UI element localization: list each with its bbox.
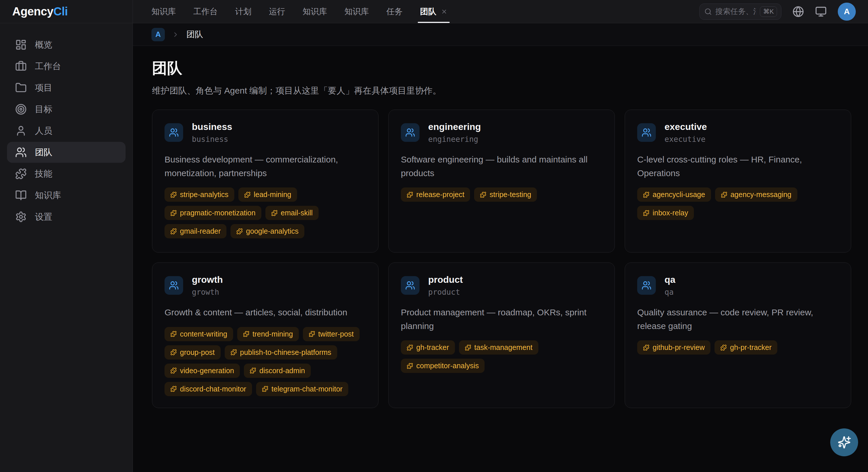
skill-tag-label: gh-pr-tracker [730, 343, 772, 352]
sidebar-item-label: 项目 [35, 82, 52, 94]
skill-tag-list: gh-trackertask-managementcompetitor-anal… [401, 340, 602, 373]
sidebar-item-工作台[interactable]: 工作台 [7, 56, 126, 77]
team-card-header: productproduct [401, 274, 602, 296]
sidebar-item-label: 技能 [35, 168, 52, 180]
top-bar: AgencyCli 知识库工作台计划运行知识库知识库任务团队 ⌘K A [0, 0, 868, 23]
skill-tag: stripe-testing [474, 187, 537, 202]
skill-tag: publish-to-chinese-platforms [225, 345, 337, 359]
team-card-qa[interactable]: qaqaQuality assurance — code review, PR … [625, 262, 851, 408]
sidebar-item-技能[interactable]: 技能 [7, 163, 126, 184]
skill-tag: lead-mining [238, 187, 297, 202]
skill-tag-label: lead-mining [254, 190, 291, 199]
sidebar-item-人员[interactable]: 人员 [7, 120, 126, 141]
sidebar-item-知识库[interactable]: 知识库 [7, 185, 126, 206]
puzzle-icon [407, 344, 413, 351]
skill-tag-label: group-post [180, 348, 215, 357]
tab-label: 工作台 [193, 6, 218, 17]
skill-tag: stripe-analytics [164, 187, 234, 202]
team-card-header: growthgrowth [164, 274, 366, 296]
puzzle-icon [720, 344, 727, 351]
team-name: executive [664, 122, 707, 132]
display-mode-button[interactable] [815, 6, 827, 18]
tab-知识库[interactable]: 知识库 [336, 0, 378, 23]
skill-tag: gh-pr-tracker [714, 340, 777, 354]
skill-tag: release-project [401, 187, 470, 202]
tab-label: 知识库 [303, 6, 327, 17]
puzzle-icon [271, 210, 278, 216]
skill-tag: agencycli-usage [637, 187, 711, 202]
team-card-engineering[interactable]: engineeringengineeringSoftware engineeri… [389, 109, 615, 253]
skill-tag-label: discord-chat-monitor [180, 385, 246, 393]
main-content: 团队 维护团队、角色与 Agent 编制；项目从这里「要人」再在具体项目里协作。… [133, 46, 868, 472]
tab-工作台[interactable]: 工作台 [185, 0, 226, 23]
team-description: Software engineering — builds and mainta… [401, 153, 598, 180]
team-slug: qa [664, 288, 675, 296]
skill-tag-label: video-generation [180, 367, 234, 375]
team-users-icon [164, 123, 183, 142]
skill-tag-label: email-skill [281, 209, 313, 217]
skill-tag-list: release-projectstripe-testing [401, 187, 602, 202]
tab-label: 知识库 [151, 6, 176, 17]
tab-计划[interactable]: 计划 [226, 0, 260, 23]
skill-tag-label: agency-messaging [731, 190, 792, 199]
tab-运行[interactable]: 运行 [260, 0, 294, 23]
team-slug: business [192, 135, 232, 144]
sidebar-item-概览[interactable]: 概览 [7, 34, 126, 55]
target-icon [15, 103, 27, 115]
breadcrumb-root-badge[interactable]: A [151, 28, 165, 41]
skill-tag-label: stripe-testing [490, 190, 531, 199]
team-card-product[interactable]: productproductProduct management — roadm… [389, 262, 615, 408]
user-avatar[interactable]: A [838, 3, 856, 21]
team-card-business[interactable]: businessbusinessBusiness development — c… [152, 109, 378, 253]
sidebar-item-label: 知识库 [35, 189, 61, 201]
teams-grid: businessbusinessBusiness development — c… [152, 109, 851, 408]
sidebar-item-项目[interactable]: 项目 [7, 77, 126, 98]
ai-assistant-fab[interactable] [830, 429, 858, 456]
skill-tag: group-post [164, 345, 221, 359]
puzzle-icon [170, 386, 177, 392]
sidebar-item-设置[interactable]: 设置 [7, 207, 126, 227]
close-tab-icon[interactable] [441, 8, 447, 15]
skill-tag: task-management [459, 340, 538, 354]
team-slug: engineering [428, 135, 481, 144]
topbar-actions: ⌘K A [700, 0, 868, 23]
team-description: Quality assurance — code review, PR revi… [637, 306, 835, 333]
team-name: engineering [428, 122, 481, 132]
puzzle-icon [230, 349, 237, 355]
team-description: C-level cross-cutting roles — HR, Financ… [637, 153, 835, 180]
puzzle-icon [465, 344, 471, 351]
global-search[interactable]: ⌘K [700, 3, 781, 20]
skill-tag-label: discord-admin [259, 367, 305, 375]
tab-知识库[interactable]: 知识库 [143, 0, 185, 23]
language-globe-button[interactable] [793, 6, 804, 18]
team-name: business [192, 122, 232, 132]
puzzle-icon [236, 228, 243, 234]
sidebar-item-团队[interactable]: 团队 [7, 142, 126, 163]
skill-tag-label: stripe-analytics [180, 190, 228, 199]
skill-tag-label: release-project [416, 190, 464, 199]
skill-tag: video-generation [164, 364, 240, 378]
skill-tag: inbox-relay [637, 206, 694, 220]
team-description: Product management — roadmap, OKRs, spri… [401, 306, 598, 333]
puzzle-icon [643, 210, 649, 216]
skill-tag-label: competitor-analysis [416, 361, 479, 370]
tab-知识库[interactable]: 知识库 [294, 0, 336, 23]
skill-tag: gmail-reader [164, 224, 226, 238]
team-users-icon [401, 276, 420, 295]
chevron-right-icon [172, 31, 179, 38]
search-shortcut-badge: ⌘K [760, 6, 777, 17]
skill-tag: google-analytics [230, 224, 304, 238]
team-slug: executive [664, 135, 707, 144]
team-card-executive[interactable]: executiveexecutiveC-level cross-cutting … [625, 109, 851, 253]
puzzle-icon [407, 192, 413, 198]
tab-团队-active[interactable]: 团队 [411, 0, 456, 23]
team-card-growth[interactable]: growthgrowthGrowth & content — articles,… [152, 262, 378, 408]
search-input[interactable] [715, 7, 756, 16]
sidebar-item-label: 目标 [35, 103, 52, 115]
tab-任务[interactable]: 任务 [378, 0, 411, 23]
sidebar-item-label: 设置 [35, 211, 52, 223]
skill-tag-label: publish-to-chinese-platforms [240, 348, 331, 357]
monitor-icon [815, 6, 827, 18]
sidebar-item-目标[interactable]: 目标 [7, 99, 126, 120]
team-card-header: executiveexecutive [637, 122, 839, 144]
